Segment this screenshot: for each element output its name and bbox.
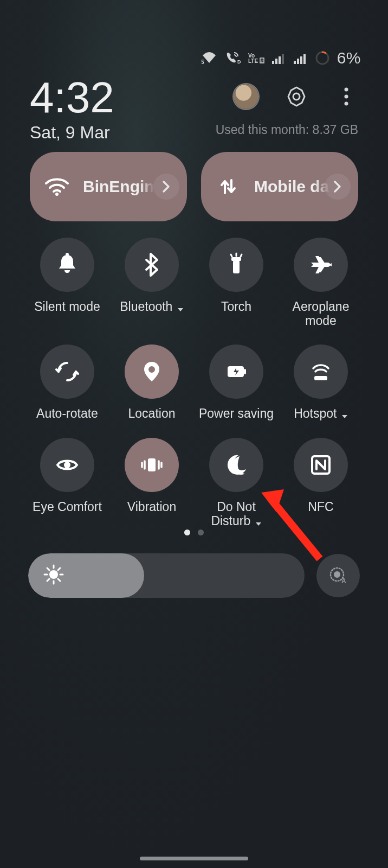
svg-point-18 bbox=[345, 102, 348, 106]
nfc-tile[interactable]: NFC bbox=[282, 438, 360, 529]
dnd-label: Do Not Disturb bbox=[197, 500, 275, 529]
svg-rect-6 bbox=[272, 61, 274, 64]
svg-point-30 bbox=[49, 570, 58, 579]
svg-text:A: A bbox=[341, 577, 346, 585]
svg-line-36 bbox=[58, 579, 60, 581]
wifi-5-icon: 5 bbox=[202, 52, 217, 64]
battery-percent: 6% bbox=[337, 49, 361, 67]
hotspot-tile[interactable]: Hotspot bbox=[282, 344, 360, 422]
home-indicator[interactable] bbox=[140, 857, 248, 860]
bluetooth-dropdown-caret[interactable] bbox=[177, 301, 184, 315]
data-usage-label: Used this month: 8.37 GB bbox=[216, 123, 358, 137]
svg-rect-11 bbox=[297, 59, 299, 64]
hotspot-dropdown-caret[interactable] bbox=[341, 407, 348, 422]
rotate-icon bbox=[40, 344, 94, 399]
power-icon bbox=[209, 344, 263, 399]
bluetooth-label: Bluetooth bbox=[120, 299, 184, 315]
svg-line-35 bbox=[47, 568, 49, 570]
vibration-tile[interactable]: Vibration bbox=[113, 438, 191, 529]
nfc-label: NFC bbox=[308, 500, 333, 514]
svg-line-37 bbox=[58, 568, 60, 570]
overflow-menu-icon[interactable] bbox=[334, 85, 358, 108]
wifi-tile[interactable]: BinEngin bbox=[30, 152, 187, 221]
silent-icon bbox=[40, 238, 94, 292]
dnd-tile[interactable]: Do Not Disturb bbox=[197, 438, 275, 529]
svg-point-15 bbox=[293, 93, 300, 100]
vibration-label: Vibration bbox=[127, 500, 176, 514]
location-tile[interactable]: Location bbox=[113, 344, 191, 422]
rotate-tile[interactable]: Auto-rotate bbox=[28, 344, 106, 422]
svg-text:D: D bbox=[237, 59, 241, 65]
airplane-tile[interactable]: Aeroplane mode bbox=[282, 238, 360, 328]
svg-text:LTE: LTE bbox=[248, 58, 258, 64]
page-indicator[interactable] bbox=[184, 529, 204, 535]
page-dot-2 bbox=[198, 529, 204, 535]
mobile-data-expand-button[interactable] bbox=[325, 174, 351, 200]
location-icon bbox=[125, 344, 179, 399]
svg-point-19 bbox=[55, 193, 59, 196]
dnd-icon bbox=[209, 438, 263, 492]
svg-point-14 bbox=[316, 52, 328, 64]
svg-line-38 bbox=[47, 579, 49, 581]
torch-icon bbox=[209, 238, 263, 292]
svg-rect-9 bbox=[282, 54, 284, 64]
signal-1-icon bbox=[272, 52, 286, 64]
signal-2-icon bbox=[294, 52, 308, 64]
torch-tile[interactable]: Torch bbox=[197, 238, 275, 328]
volte-icon: Vo LTE 2 bbox=[248, 52, 264, 64]
svg-rect-10 bbox=[294, 61, 296, 64]
svg-point-39 bbox=[334, 571, 340, 578]
vibration-icon bbox=[125, 438, 179, 492]
power-tile[interactable]: Power saving bbox=[197, 344, 275, 422]
battery-ring-icon bbox=[315, 51, 329, 65]
eye-label: Eye Comfort bbox=[33, 500, 102, 514]
data-arrows-icon bbox=[216, 176, 240, 197]
auto-brightness-button[interactable]: A bbox=[316, 554, 360, 597]
page-dot-1 bbox=[184, 529, 190, 535]
dnd-dropdown-caret[interactable] bbox=[255, 515, 262, 529]
status-bar: 5 D Vo LTE 2 bbox=[202, 49, 361, 67]
airplane-label: Aeroplane mode bbox=[282, 299, 360, 328]
mobile-data-tile[interactable]: Mobile data bbox=[201, 152, 358, 221]
svg-rect-13 bbox=[303, 54, 306, 64]
sun-icon bbox=[43, 564, 64, 587]
mobile-data-tile-label: Mobile data bbox=[254, 177, 330, 196]
eye-icon bbox=[40, 438, 94, 492]
airplane-icon bbox=[294, 238, 348, 292]
hotspot-label: Hotspot bbox=[294, 406, 348, 422]
silent-tile[interactable]: Silent mode bbox=[28, 238, 106, 328]
svg-rect-8 bbox=[279, 56, 281, 64]
svg-text:2: 2 bbox=[261, 59, 263, 63]
location-label: Location bbox=[128, 406, 176, 420]
svg-rect-12 bbox=[300, 56, 302, 64]
wifi-expand-button[interactable] bbox=[153, 174, 179, 200]
svg-point-17 bbox=[345, 95, 348, 99]
bluetooth-icon bbox=[125, 238, 179, 292]
eye-tile[interactable]: Eye Comfort bbox=[28, 438, 106, 529]
rotate-label: Auto-rotate bbox=[36, 406, 98, 420]
avatar[interactable] bbox=[234, 84, 258, 109]
torch-label: Torch bbox=[221, 299, 251, 314]
power-label: Power saving bbox=[199, 406, 274, 420]
svg-point-16 bbox=[345, 88, 348, 92]
bluetooth-tile[interactable]: Bluetooth bbox=[113, 238, 191, 328]
hotspot-icon bbox=[294, 344, 348, 399]
svg-rect-7 bbox=[275, 59, 277, 64]
wifi-calling-icon: D bbox=[224, 52, 241, 65]
wifi-tile-label: BinEngin bbox=[83, 177, 154, 196]
wifi-icon bbox=[45, 177, 69, 196]
silent-label: Silent mode bbox=[34, 299, 100, 314]
settings-gear-icon[interactable] bbox=[284, 85, 308, 108]
nfc-icon bbox=[294, 438, 348, 492]
brightness-slider[interactable] bbox=[28, 553, 305, 598]
svg-text:5: 5 bbox=[202, 59, 204, 64]
